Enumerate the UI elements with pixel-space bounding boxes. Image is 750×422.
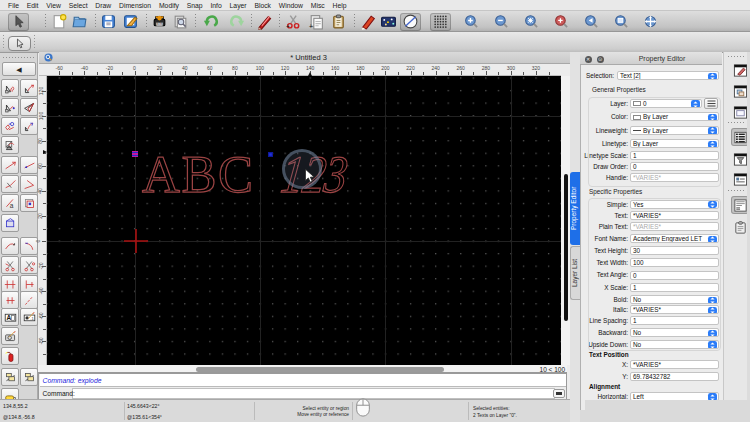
svg-text:a: a xyxy=(9,201,13,208)
svg-text:+: + xyxy=(286,23,290,30)
svg-text:A: A xyxy=(6,314,11,321)
svg-text:STR: STR xyxy=(156,22,162,26)
svg-text:+: + xyxy=(309,23,313,30)
